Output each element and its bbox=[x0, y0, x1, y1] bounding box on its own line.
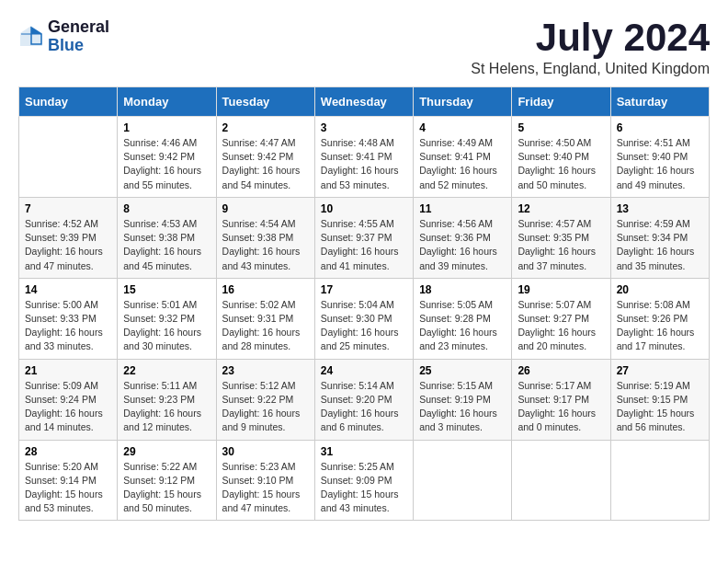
day-info: Sunrise: 5:07 AM Sunset: 9:27 PM Dayligh… bbox=[518, 299, 596, 352]
calendar-cell: 11Sunrise: 4:56 AM Sunset: 9:36 PM Dayli… bbox=[414, 197, 512, 278]
day-info: Sunrise: 5:17 AM Sunset: 9:17 PM Dayligh… bbox=[518, 380, 596, 433]
day-info: Sunrise: 5:05 AM Sunset: 9:28 PM Dayligh… bbox=[419, 299, 497, 352]
calendar-week-row: 7Sunrise: 4:52 AM Sunset: 9:39 PM Daylig… bbox=[19, 197, 710, 278]
calendar-cell: 31Sunrise: 5:25 AM Sunset: 9:09 PM Dayli… bbox=[314, 440, 413, 521]
calendar-week-row: 21Sunrise: 5:09 AM Sunset: 9:24 PM Dayli… bbox=[19, 359, 710, 440]
day-info: Sunrise: 5:22 AM Sunset: 9:12 PM Dayligh… bbox=[123, 461, 201, 514]
calendar-cell: 7Sunrise: 4:52 AM Sunset: 9:39 PM Daylig… bbox=[19, 197, 118, 278]
calendar-week-row: 14Sunrise: 5:00 AM Sunset: 9:33 PM Dayli… bbox=[19, 278, 710, 359]
calendar-cell bbox=[512, 440, 610, 521]
day-info: Sunrise: 4:46 AM Sunset: 9:42 PM Dayligh… bbox=[123, 137, 201, 190]
day-of-week-header: Monday bbox=[118, 87, 216, 117]
day-number: 14 bbox=[25, 283, 111, 296]
day-number: 21 bbox=[25, 364, 111, 377]
logo-blue-text: Blue bbox=[48, 37, 109, 55]
calendar-cell: 13Sunrise: 4:59 AM Sunset: 9:34 PM Dayli… bbox=[610, 197, 709, 278]
day-number: 4 bbox=[419, 121, 506, 134]
day-number: 13 bbox=[617, 202, 703, 215]
day-number: 23 bbox=[222, 364, 309, 377]
logo: General Blue bbox=[18, 18, 109, 55]
day-info: Sunrise: 4:48 AM Sunset: 9:41 PM Dayligh… bbox=[321, 137, 399, 190]
day-info: Sunrise: 5:23 AM Sunset: 9:10 PM Dayligh… bbox=[222, 461, 301, 514]
calendar-cell: 20Sunrise: 5:08 AM Sunset: 9:26 PM Dayli… bbox=[610, 278, 709, 359]
day-info: Sunrise: 4:49 AM Sunset: 9:41 PM Dayligh… bbox=[419, 137, 497, 190]
day-info: Sunrise: 5:11 AM Sunset: 9:23 PM Dayligh… bbox=[123, 380, 201, 433]
calendar-header-row: SundayMondayTuesdayWednesdayThursdayFrid… bbox=[19, 87, 710, 117]
day-number: 26 bbox=[518, 364, 604, 377]
calendar-cell: 12Sunrise: 4:57 AM Sunset: 9:35 PM Dayli… bbox=[512, 197, 610, 278]
calendar-cell: 6Sunrise: 4:51 AM Sunset: 9:40 PM Daylig… bbox=[610, 117, 709, 198]
calendar-cell: 24Sunrise: 5:14 AM Sunset: 9:20 PM Dayli… bbox=[314, 359, 413, 440]
day-of-week-header: Wednesday bbox=[314, 87, 413, 117]
day-info: Sunrise: 4:53 AM Sunset: 9:38 PM Dayligh… bbox=[123, 218, 201, 271]
day-of-week-header: Thursday bbox=[414, 87, 512, 117]
day-number: 17 bbox=[321, 283, 407, 296]
day-info: Sunrise: 5:14 AM Sunset: 9:20 PM Dayligh… bbox=[321, 380, 399, 433]
day-info: Sunrise: 5:15 AM Sunset: 9:19 PM Dayligh… bbox=[419, 380, 497, 433]
calendar-cell: 14Sunrise: 5:00 AM Sunset: 9:33 PM Dayli… bbox=[19, 278, 118, 359]
calendar-cell: 25Sunrise: 5:15 AM Sunset: 9:19 PM Dayli… bbox=[414, 359, 512, 440]
calendar-cell: 15Sunrise: 5:01 AM Sunset: 9:32 PM Dayli… bbox=[118, 278, 216, 359]
day-number: 6 bbox=[617, 121, 703, 134]
calendar-cell bbox=[414, 440, 512, 521]
calendar-cell: 21Sunrise: 5:09 AM Sunset: 9:24 PM Dayli… bbox=[19, 359, 118, 440]
day-info: Sunrise: 5:20 AM Sunset: 9:14 PM Dayligh… bbox=[25, 461, 103, 514]
day-info: Sunrise: 5:19 AM Sunset: 9:15 PM Dayligh… bbox=[617, 380, 695, 433]
day-number: 15 bbox=[123, 283, 210, 296]
calendar-cell: 22Sunrise: 5:11 AM Sunset: 9:23 PM Dayli… bbox=[118, 359, 216, 440]
day-info: Sunrise: 4:47 AM Sunset: 9:42 PM Dayligh… bbox=[222, 137, 301, 190]
calendar-table: SundayMondayTuesdayWednesdayThursdayFrid… bbox=[18, 86, 710, 521]
day-number: 29 bbox=[123, 445, 210, 458]
day-of-week-header: Sunday bbox=[19, 87, 118, 117]
calendar-cell: 30Sunrise: 5:23 AM Sunset: 9:10 PM Dayli… bbox=[216, 440, 314, 521]
calendar-cell: 9Sunrise: 4:54 AM Sunset: 9:38 PM Daylig… bbox=[216, 197, 314, 278]
day-of-week-header: Saturday bbox=[610, 87, 709, 117]
calendar-cell: 10Sunrise: 4:55 AM Sunset: 9:37 PM Dayli… bbox=[314, 197, 413, 278]
day-number: 25 bbox=[419, 364, 506, 377]
day-number: 10 bbox=[321, 202, 407, 215]
day-number: 16 bbox=[222, 283, 309, 296]
calendar-cell: 2Sunrise: 4:47 AM Sunset: 9:42 PM Daylig… bbox=[216, 117, 314, 198]
day-info: Sunrise: 4:50 AM Sunset: 9:40 PM Dayligh… bbox=[518, 137, 596, 190]
calendar-cell: 8Sunrise: 4:53 AM Sunset: 9:38 PM Daylig… bbox=[118, 197, 216, 278]
day-number: 20 bbox=[617, 283, 703, 296]
day-info: Sunrise: 5:04 AM Sunset: 9:30 PM Dayligh… bbox=[321, 299, 399, 352]
calendar-cell bbox=[19, 117, 118, 198]
day-number: 24 bbox=[321, 364, 407, 377]
day-info: Sunrise: 5:08 AM Sunset: 9:26 PM Dayligh… bbox=[617, 299, 695, 352]
page-header: General Blue July 2024 St Helens, Englan… bbox=[18, 18, 710, 77]
calendar-cell: 26Sunrise: 5:17 AM Sunset: 9:17 PM Dayli… bbox=[512, 359, 610, 440]
day-number: 9 bbox=[222, 202, 309, 215]
day-number: 11 bbox=[419, 202, 506, 215]
day-number: 30 bbox=[222, 445, 309, 458]
day-number: 22 bbox=[123, 364, 210, 377]
calendar-cell: 29Sunrise: 5:22 AM Sunset: 9:12 PM Dayli… bbox=[118, 440, 216, 521]
day-info: Sunrise: 5:12 AM Sunset: 9:22 PM Dayligh… bbox=[222, 380, 301, 433]
day-number: 3 bbox=[321, 121, 407, 134]
calendar-week-row: 28Sunrise: 5:20 AM Sunset: 9:14 PM Dayli… bbox=[19, 440, 710, 521]
logo-icon bbox=[18, 24, 44, 50]
logo-general-text: General bbox=[48, 18, 109, 37]
day-number: 2 bbox=[222, 121, 309, 134]
day-number: 19 bbox=[518, 283, 604, 296]
day-info: Sunrise: 4:57 AM Sunset: 9:35 PM Dayligh… bbox=[518, 218, 596, 271]
day-info: Sunrise: 5:02 AM Sunset: 9:31 PM Dayligh… bbox=[222, 299, 301, 352]
day-info: Sunrise: 4:59 AM Sunset: 9:34 PM Dayligh… bbox=[617, 218, 695, 271]
logo-text: General Blue bbox=[48, 18, 109, 55]
day-info: Sunrise: 4:51 AM Sunset: 9:40 PM Dayligh… bbox=[617, 137, 695, 190]
day-info: Sunrise: 4:55 AM Sunset: 9:37 PM Dayligh… bbox=[321, 218, 399, 271]
calendar-cell bbox=[610, 440, 709, 521]
day-info: Sunrise: 5:09 AM Sunset: 9:24 PM Dayligh… bbox=[25, 380, 103, 433]
day-info: Sunrise: 4:54 AM Sunset: 9:38 PM Dayligh… bbox=[222, 218, 301, 271]
location-subtitle: St Helens, England, United Kingdom bbox=[471, 61, 710, 77]
day-info: Sunrise: 5:25 AM Sunset: 9:09 PM Dayligh… bbox=[321, 461, 399, 514]
calendar-week-row: 1Sunrise: 4:46 AM Sunset: 9:42 PM Daylig… bbox=[19, 117, 710, 198]
calendar-cell: 4Sunrise: 4:49 AM Sunset: 9:41 PM Daylig… bbox=[414, 117, 512, 198]
day-number: 18 bbox=[419, 283, 506, 296]
day-number: 31 bbox=[321, 445, 407, 458]
day-of-week-header: Friday bbox=[512, 87, 610, 117]
calendar-cell: 28Sunrise: 5:20 AM Sunset: 9:14 PM Dayli… bbox=[19, 440, 118, 521]
month-title: July 2024 bbox=[471, 18, 710, 57]
calendar-cell: 16Sunrise: 5:02 AM Sunset: 9:31 PM Dayli… bbox=[216, 278, 314, 359]
day-info: Sunrise: 4:56 AM Sunset: 9:36 PM Dayligh… bbox=[419, 218, 497, 271]
